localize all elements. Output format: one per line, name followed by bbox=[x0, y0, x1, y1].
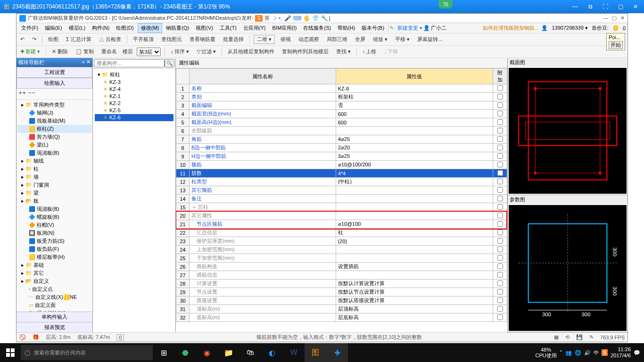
property-row[interactable]: 7角筋4⌀25 bbox=[176, 135, 507, 144]
taskbar-app-2[interactable]: ◉ bbox=[196, 343, 218, 362]
viewer-max-icon[interactable]: ▢ bbox=[616, 3, 625, 10]
prop-extra-checkbox[interactable] bbox=[497, 289, 503, 295]
ime-moon-icon[interactable]: ☽ bbox=[272, 15, 277, 22]
property-row[interactable]: 9H边一侧中部筋3⌀25 bbox=[176, 152, 507, 161]
tooltip-start-button[interactable]: 开始 bbox=[609, 41, 623, 49]
tray-network-icon[interactable]: 🌐 bbox=[575, 350, 581, 356]
property-row[interactable]: 31 顶标高(m)层顶标高 bbox=[176, 305, 507, 313]
taskbar-app-1[interactable]: ⬣ bbox=[174, 343, 196, 362]
tb-pan[interactable]: 平移 ▾ bbox=[393, 35, 412, 44]
param-diagram[interactable]: 300 300 300 300 bbox=[509, 205, 627, 331]
nav-section-single-input[interactable]: 单构件输入 bbox=[17, 312, 92, 322]
component-item[interactable]: ✳KZ-6 bbox=[95, 114, 173, 121]
component-search-input[interactable] bbox=[94, 59, 165, 67]
property-row[interactable]: 10箍筋⌀10@100/200 bbox=[176, 161, 507, 169]
menu-user[interactable]: 广小二 bbox=[431, 25, 446, 32]
prop-extra-checkbox[interactable] bbox=[497, 213, 503, 218]
component-item[interactable]: ✳KZ-3 bbox=[95, 79, 173, 86]
tb-rename[interactable]: 重命名 bbox=[99, 47, 119, 56]
prop-extra-checkbox[interactable] bbox=[497, 187, 503, 193]
tb-copy-to-floor[interactable]: 复制构件到其他楼层 bbox=[280, 47, 330, 56]
tb-redo[interactable]: ↷ bbox=[30, 35, 38, 43]
nav-section-drawing[interactable]: 绘图输入 bbox=[17, 78, 92, 89]
menu-file[interactable]: 文件(F) bbox=[18, 24, 41, 33]
nav-node[interactable]: 🔶 梁(L) bbox=[17, 141, 91, 149]
prop-extra-checkbox[interactable] bbox=[497, 263, 503, 269]
ime-logo-icon[interactable]: S bbox=[255, 15, 263, 22]
property-row[interactable]: 26 插筋构造设置插筋 bbox=[176, 263, 507, 271]
property-row[interactable]: 29 节点设置按默认节点设置计算 bbox=[176, 288, 507, 296]
status-save-icon[interactable]: 💾 bbox=[576, 334, 583, 340]
prop-extra-checkbox[interactable] bbox=[497, 196, 503, 201]
nav-node[interactable]: 🔷 螺旋板(B) bbox=[17, 213, 91, 221]
prop-extra-checkbox[interactable] bbox=[497, 306, 503, 312]
nav-node[interactable]: ▸ 📁 墙 bbox=[17, 173, 91, 181]
prop-extra-checkbox[interactable] bbox=[497, 255, 503, 261]
tb-sum[interactable]: Σ 汇总计算 bbox=[64, 35, 93, 44]
ime-tool-icon[interactable]: 🔧 bbox=[321, 15, 328, 22]
tray-volume-icon[interactable]: 🔊 bbox=[584, 350, 591, 356]
viewer-min-icon[interactable]: — bbox=[570, 3, 580, 10]
tb-find[interactable]: 查找 ▾ bbox=[334, 47, 353, 56]
app-close-icon[interactable]: ✕ bbox=[620, 15, 625, 21]
prop-extra-checkbox[interactable] bbox=[497, 170, 503, 176]
tb-copy[interactable]: 📋 复制 bbox=[74, 47, 96, 56]
tb-undo[interactable]: ↶ bbox=[18, 35, 26, 43]
menu-online[interactable]: 在线服务(S) bbox=[300, 24, 334, 33]
prop-extra-checkbox[interactable] bbox=[497, 85, 503, 91]
tray-ime-icon[interactable]: 中 bbox=[594, 349, 599, 356]
property-row[interactable]: 30 搭接设置按默认搭接设置计算 bbox=[176, 296, 507, 305]
property-row[interactable]: 3截面编辑否 bbox=[176, 101, 507, 110]
tb-new[interactable]: ✚ 新建 ▾ bbox=[18, 47, 42, 56]
tray-chevron-icon[interactable]: ˄ bbox=[560, 350, 562, 356]
menu-tools[interactable]: 工具(T) bbox=[217, 24, 239, 33]
cpu-monitor[interactable]: 48%CPU使用 bbox=[536, 347, 557, 358]
nav-node[interactable]: ▸ 📁 基础 bbox=[17, 261, 91, 269]
property-row[interactable]: 23 保护层厚度(mm)(20) bbox=[176, 237, 507, 246]
nav-collapse-icon[interactable]: « ✕ bbox=[82, 59, 91, 66]
nav-node[interactable]: ▸ 📁 常用构件类型 bbox=[17, 101, 91, 109]
tb-delete[interactable]: ✕ 删除 bbox=[50, 47, 70, 56]
nav-node[interactable]: 🔶 柱帽(V) bbox=[17, 221, 91, 229]
nav-section-settings[interactable]: 工程设置 bbox=[17, 67, 92, 78]
menu-edit[interactable]: 编辑(E) bbox=[42, 24, 65, 33]
menu-rebar[interactable]: 钢筋量(Q) bbox=[163, 24, 192, 33]
tb-find-elem[interactable]: 查找图元 bbox=[159, 35, 184, 44]
nav-node[interactable]: ▭ 自定义面 bbox=[17, 301, 91, 309]
tb-sort[interactable]: ↕ 排序 ▾ bbox=[169, 47, 191, 56]
tb-move-up[interactable]: ↑ 上移 bbox=[361, 47, 379, 56]
nav-node[interactable]: 🟦 板负筋(F) bbox=[17, 245, 91, 253]
property-row[interactable]: 27 插筋信息 bbox=[176, 271, 507, 280]
tray-clock[interactable]: 11:262017/4/6 bbox=[611, 346, 631, 359]
property-row[interactable]: 21 节点区箍筋⌀10@100 bbox=[176, 220, 507, 229]
menu-account[interactable]: 13907298339 ▾ bbox=[552, 25, 587, 31]
taskbar-search[interactable]: ◯ 搜索你需要的任何内容 bbox=[21, 345, 153, 360]
property-row[interactable]: 11肢数4*4 bbox=[176, 169, 507, 178]
nav-node[interactable]: 🟥 剪力墙(Q) bbox=[17, 133, 91, 141]
tb-filter[interactable]: ▽ 过滤 ▾ bbox=[195, 47, 218, 56]
menu-draw[interactable]: 绘图(D) bbox=[113, 24, 136, 33]
tb-draw[interactable]: 绘图 bbox=[46, 35, 60, 44]
prop-extra-checkbox[interactable] bbox=[497, 179, 503, 184]
ime-toolbar[interactable]: S 英 ☽ •, 🎤 ⌨ 🖐 👕 🔧 bbox=[255, 15, 328, 22]
prop-extra-checkbox[interactable] bbox=[497, 247, 503, 252]
tb-align-top[interactable]: 平齐板顶 bbox=[131, 35, 156, 44]
nav-node[interactable]: 🟦 现浇板(B) bbox=[17, 149, 91, 157]
property-row[interactable]: 24 上加密范围(mm) bbox=[176, 246, 507, 254]
tray-notifications-icon[interactable]: 💬 bbox=[634, 350, 640, 356]
nav-node[interactable]: ▸ 📂 板 bbox=[17, 197, 91, 205]
prop-extra-checkbox[interactable] bbox=[497, 280, 503, 286]
nav-node[interactable]: ▸ 📁 梁 bbox=[17, 189, 91, 197]
component-tree[interactable]: ▾ 📁 框柱✳KZ-3✳KZ-4✳KZ-1✳KZ-2✳KZ-5✳KZ-6 bbox=[93, 69, 175, 332]
property-row[interactable]: 13其它箍筋 bbox=[176, 186, 507, 195]
prop-extra-checkbox[interactable] bbox=[497, 111, 503, 116]
property-row[interactable]: 28 计算设置按默认计算设置计算 bbox=[176, 280, 507, 288]
status-undo-icon[interactable]: ⟲ bbox=[565, 334, 570, 340]
tb-batch-select[interactable]: 批量选择 bbox=[221, 35, 246, 44]
menu-modify[interactable]: 修改(M) bbox=[138, 23, 163, 33]
status-edit-icon[interactable]: ✎ bbox=[589, 334, 594, 340]
prop-extra-checkbox[interactable] bbox=[497, 162, 503, 167]
tb-rotate[interactable]: 屏幕旋转... bbox=[415, 35, 444, 44]
tb-topview[interactable]: 俯视 bbox=[279, 35, 293, 44]
ime-punct-icon[interactable]: •, bbox=[279, 15, 282, 22]
